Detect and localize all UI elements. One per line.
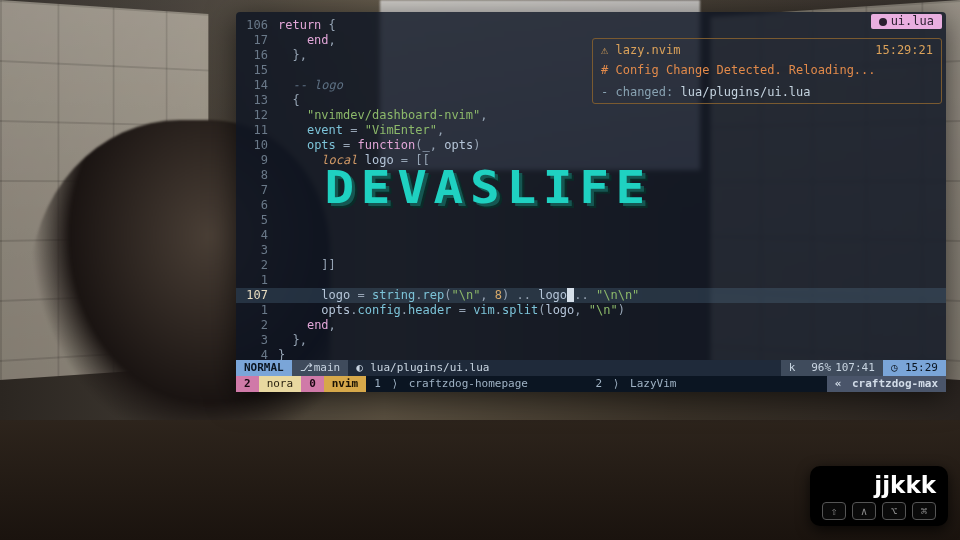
notify-changed-file: lua/plugins/ui.lua — [680, 85, 810, 99]
line-number: 8 — [236, 168, 278, 183]
code-line[interactable]: 5 — [236, 213, 946, 228]
line-number: 7 — [236, 183, 278, 198]
bullet-icon: - — [601, 85, 615, 99]
code-line[interactable]: 1 — [236, 273, 946, 288]
modifier-key: ⇧ — [822, 502, 846, 520]
warn-icon: ⚠ — [601, 43, 608, 57]
code-line[interactable]: 1 opts.config.header = vim.split(logo, "… — [236, 303, 946, 318]
line-number: 2 — [236, 258, 278, 273]
ascii-logo: DEVASLIFE — [324, 162, 652, 213]
notify-time: 15:29:21 — [875, 43, 933, 57]
keycast-overlay: jjkkk ⇧∧⌥⌘ — [810, 466, 948, 526]
code-line[interactable]: 107 logo = string.rep("\n", 8) .. logo .… — [236, 288, 946, 303]
modifier-keys: ⇧∧⌥⌘ — [822, 502, 936, 520]
line-number: 14 — [236, 78, 278, 93]
modifier-key: ∧ — [852, 502, 876, 520]
line-number: 3 — [236, 333, 278, 348]
mode-segment: NORMAL — [236, 360, 292, 376]
lua-icon: ◐ — [356, 360, 366, 376]
code-line[interactable]: 4 — [236, 228, 946, 243]
lua-icon — [879, 18, 887, 26]
tmux-window-num[interactable]: 0 — [301, 376, 324, 392]
line-number: 16 — [236, 48, 278, 63]
code-line[interactable]: 106return { — [236, 18, 946, 33]
notify-headline: # Config Change Detected. Reloading... — [601, 63, 933, 77]
line-number: 10 — [236, 138, 278, 153]
buffer-tab[interactable]: ui.lua — [871, 14, 942, 29]
line-number: 1 — [236, 273, 278, 288]
line-number: 17 — [236, 33, 278, 48]
code-line[interactable]: 2 ]] — [236, 258, 946, 273]
code-line[interactable]: 11 event = "VimEnter", — [236, 123, 946, 138]
line-number: 3 — [236, 243, 278, 258]
branch-icon: ⎇ — [300, 360, 310, 376]
tab-filename: ui.lua — [891, 14, 934, 29]
notification-box: ⚠ lazy.nvim 15:29:21 # Config Change Det… — [592, 38, 942, 104]
clock-segment: ◷ 15:29 — [883, 360, 946, 376]
percent-segment: 96% 107:41 — [803, 360, 883, 376]
git-branch-segment: ⎇ main — [292, 360, 349, 376]
last-key-segment: k — [781, 360, 804, 376]
line-number: 12 — [236, 108, 278, 123]
line-number: 107 — [236, 288, 278, 303]
notify-changed-label: changed — [615, 85, 666, 99]
code-line[interactable]: 3 — [236, 243, 946, 258]
code-line[interactable]: 2 end, — [236, 318, 946, 333]
line-number: 4 — [236, 228, 278, 243]
line-number: 6 — [236, 198, 278, 213]
code-line[interactable]: 10 opts = function(_, opts) — [236, 138, 946, 153]
code-line[interactable]: 3 }, — [236, 333, 946, 348]
line-number: 13 — [236, 93, 278, 108]
modifier-key: ⌥ — [882, 502, 906, 520]
line-number: 1 — [236, 303, 278, 318]
tmux-process[interactable]: nvim — [324, 376, 367, 392]
terminal-window[interactable]: ui.lua ⚠ lazy.nvim 15:29:21 # Config Cha… — [236, 12, 946, 392]
line-number: 9 — [236, 153, 278, 168]
clock-icon: ◷ — [891, 360, 901, 376]
keycast-text: jjkkk — [874, 472, 936, 498]
tmux-panes: 1 ⟩ craftzdog-homepage 2 ⟩ LazyVim — [366, 376, 826, 392]
line-number: 5 — [236, 213, 278, 228]
line-number: 106 — [236, 18, 278, 33]
modifier-key: ⌘ — [912, 502, 936, 520]
line-number: 15 — [236, 63, 278, 78]
tmux-host: « craftzdog-max — [827, 376, 946, 392]
line-number: 11 — [236, 123, 278, 138]
tmux-session-num[interactable]: 2 — [236, 376, 259, 392]
tmux-session-name[interactable]: nora — [259, 376, 302, 392]
notify-plugin: lazy.nvim — [615, 43, 680, 57]
tmux-statusline: 2 nora 0 nvim 1 ⟩ craftzdog-homepage 2 ⟩… — [236, 376, 946, 392]
code-line[interactable]: 12 "nvimdev/dashboard-nvim", — [236, 108, 946, 123]
line-number: 2 — [236, 318, 278, 333]
